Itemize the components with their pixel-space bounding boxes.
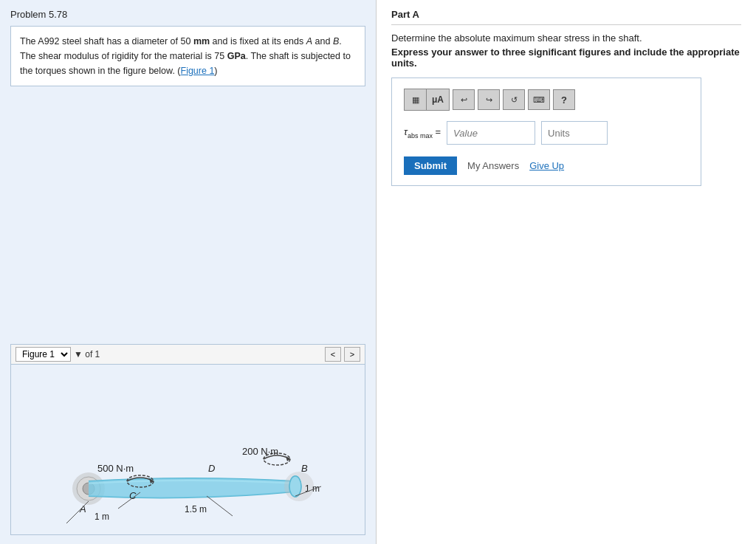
submit-button[interactable]: Submit: [404, 156, 457, 175]
figure1-link[interactable]: Figure 1: [181, 66, 215, 76]
left-panel: Problem 5.78 The A992 steel shaft has a …: [0, 0, 377, 544]
formula-toolbar: ▦ μA ↩ ↪ ↺ ⌨ ?: [404, 89, 689, 111]
shaft-svg: 200 N·m B 1 m 500 N·m D 1.5 m C A: [44, 372, 332, 527]
figure-of-label: ▼ of 1: [74, 349, 100, 359]
figure-toolbar: Figure 1 ▼ of 1 < >: [11, 345, 365, 365]
figure-next-btn[interactable]: >: [344, 347, 360, 362]
svg-line-21: [207, 496, 233, 516]
instruction2: Express your answer to three significant…: [391, 47, 741, 69]
answer-box: ▦ μA ↩ ↪ ↺ ⌨ ? τabs max = Submit My: [391, 78, 701, 186]
keyboard-btn[interactable]: ⌨: [528, 89, 550, 110]
undo-btn[interactable]: ↩: [453, 89, 475, 110]
problem-description: The A992 steel shaft has a diameter of 5…: [10, 26, 365, 86]
value-input[interactable]: [447, 121, 535, 145]
answer-input-row: τabs max =: [404, 121, 689, 145]
submit-row: Submit My Answers Give Up: [404, 156, 689, 175]
svg-point-5: [289, 476, 301, 497]
grid-mu-group: ▦ μA: [404, 89, 450, 111]
figure-select[interactable]: Figure 1: [16, 347, 71, 362]
figure-prev-btn[interactable]: <: [325, 347, 341, 362]
svg-text:1.5 m: 1.5 m: [185, 504, 207, 514]
svg-text:500 N·m: 500 N·m: [97, 463, 134, 474]
problem-title: Problem 5.78: [10, 9, 365, 20]
instruction1: Determine the absolute maximum shear str…: [391, 32, 741, 44]
right-panel: Part A Determine the absolute maximum sh…: [377, 0, 756, 544]
part-a-title: Part A: [391, 9, 741, 25]
give-up-link[interactable]: Give Up: [529, 160, 564, 171]
svg-text:200 N·m: 200 N·m: [242, 446, 278, 457]
figure-area: 200 N·m B 1 m 500 N·m D 1.5 m C A: [11, 365, 365, 534]
help-btn[interactable]: ?: [553, 89, 575, 110]
my-answers-link[interactable]: My Answers: [467, 160, 519, 171]
refresh-btn[interactable]: ↺: [503, 89, 525, 110]
svg-text:B: B: [301, 463, 308, 474]
svg-text:1 m: 1 m: [305, 483, 320, 494]
desc-text: The A992 steel shaft has a diameter of 5…: [20, 36, 351, 76]
mu-btn[interactable]: μA: [427, 89, 449, 110]
units-input[interactable]: [541, 121, 608, 145]
grid-icon-btn[interactable]: ▦: [405, 89, 427, 110]
figure-control: Figure 1 ▼ of 1 < >: [10, 344, 365, 535]
redo-btn[interactable]: ↪: [478, 89, 500, 110]
tau-label: τabs max =: [404, 126, 441, 140]
svg-text:D: D: [208, 463, 215, 474]
svg-text:1 m: 1 m: [94, 512, 109, 522]
